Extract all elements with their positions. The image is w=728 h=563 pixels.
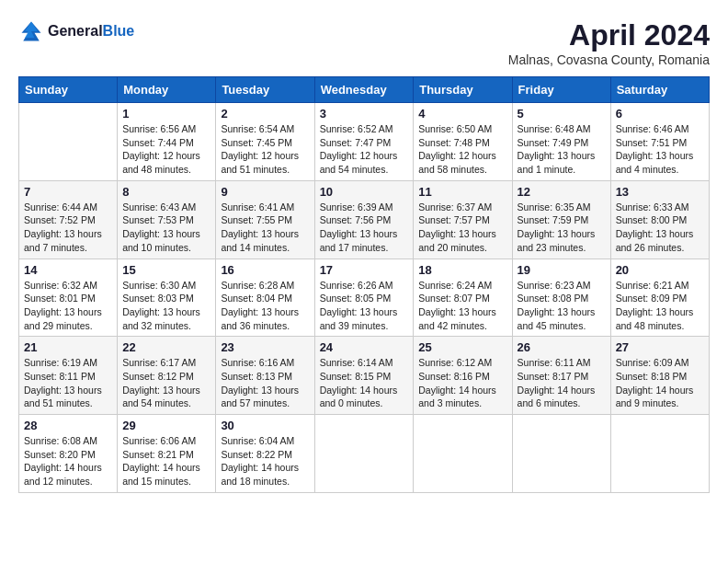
calendar-cell — [19, 103, 118, 181]
cell-daylight-info: Sunrise: 6:54 AM Sunset: 7:45 PM Dayligh… — [221, 122, 309, 177]
date-number: 21 — [24, 340, 112, 354]
calendar-cell: 23Sunrise: 6:16 AM Sunset: 8:13 PM Dayli… — [216, 337, 314, 415]
cell-daylight-info: Sunrise: 6:37 AM Sunset: 7:57 PM Dayligh… — [418, 201, 506, 255]
calendar-cell: 26Sunrise: 6:11 AM Sunset: 8:17 PM Dayli… — [512, 337, 610, 415]
location: Malnas, Covasna County, Romania — [508, 52, 710, 67]
cell-daylight-info: Sunrise: 6:14 AM Sunset: 8:15 PM Dayligh… — [320, 356, 409, 410]
calendar-cell: 14Sunrise: 6:32 AM Sunset: 8:01 PM Dayli… — [19, 259, 118, 337]
date-number: 12 — [518, 185, 606, 199]
calendar-cell: 19Sunrise: 6:23 AM Sunset: 8:08 PM Dayli… — [512, 259, 610, 337]
calendar-cell: 3Sunrise: 6:52 AM Sunset: 7:47 PM Daylig… — [314, 103, 414, 181]
cell-daylight-info: Sunrise: 6:44 AM Sunset: 7:52 PM Dayligh… — [24, 201, 112, 255]
cell-daylight-info: Sunrise: 6:43 AM Sunset: 7:53 PM Dayligh… — [122, 201, 210, 255]
date-number: 14 — [24, 263, 112, 277]
header-row: Sunday Monday Tuesday Wednesday Thursday… — [19, 77, 710, 103]
date-number: 8 — [122, 185, 210, 199]
calendar-cell: 30Sunrise: 6:04 AM Sunset: 8:22 PM Dayli… — [216, 415, 314, 493]
calendar-cell: 21Sunrise: 6:19 AM Sunset: 8:11 PM Dayli… — [19, 337, 118, 415]
calendar-week-1: 1Sunrise: 6:56 AM Sunset: 7:44 PM Daylig… — [19, 103, 710, 181]
calendar-cell: 7Sunrise: 6:44 AM Sunset: 7:52 PM Daylig… — [19, 180, 118, 259]
calendar-cell — [512, 415, 610, 493]
date-number: 11 — [418, 185, 506, 199]
page-header: General Blue April 2024 Malnas, Covasna … — [18, 18, 710, 67]
calendar-cell: 8Sunrise: 6:43 AM Sunset: 7:53 PM Daylig… — [118, 180, 216, 259]
date-number: 6 — [616, 107, 704, 121]
date-number: 30 — [221, 419, 309, 432]
date-number: 9 — [221, 185, 309, 199]
calendar-cell — [610, 415, 709, 493]
calendar-week-3: 14Sunrise: 6:32 AM Sunset: 8:01 PM Dayli… — [19, 259, 710, 337]
calendar-cell: 1Sunrise: 6:56 AM Sunset: 7:44 PM Daylig… — [118, 103, 216, 181]
date-number: 27 — [616, 340, 704, 354]
date-number: 16 — [221, 263, 309, 277]
date-number: 24 — [320, 340, 409, 354]
col-saturday: Saturday — [610, 77, 709, 103]
cell-daylight-info: Sunrise: 6:26 AM Sunset: 8:05 PM Dayligh… — [320, 279, 409, 333]
cell-daylight-info: Sunrise: 6:19 AM Sunset: 8:11 PM Dayligh… — [24, 356, 112, 410]
logo-general: General — [48, 23, 103, 40]
calendar-cell: 11Sunrise: 6:37 AM Sunset: 7:57 PM Dayli… — [414, 180, 512, 259]
calendar-cell: 22Sunrise: 6:17 AM Sunset: 8:12 PM Dayli… — [118, 337, 216, 415]
calendar-cell — [314, 415, 414, 493]
cell-daylight-info: Sunrise: 6:23 AM Sunset: 8:08 PM Dayligh… — [518, 279, 606, 333]
date-number: 7 — [24, 185, 112, 199]
logo-icon — [18, 18, 44, 44]
date-number: 13 — [616, 185, 704, 199]
cell-daylight-info: Sunrise: 6:39 AM Sunset: 7:56 PM Dayligh… — [320, 201, 409, 255]
date-number: 23 — [221, 340, 309, 354]
calendar-cell: 12Sunrise: 6:35 AM Sunset: 7:59 PM Dayli… — [512, 180, 610, 259]
calendar-cell: 6Sunrise: 6:46 AM Sunset: 7:51 PM Daylig… — [610, 103, 709, 181]
col-friday: Friday — [512, 77, 610, 103]
cell-daylight-info: Sunrise: 6:17 AM Sunset: 8:12 PM Dayligh… — [122, 356, 210, 410]
calendar-cell: 27Sunrise: 6:09 AM Sunset: 8:18 PM Dayli… — [610, 337, 709, 415]
cell-daylight-info: Sunrise: 6:30 AM Sunset: 8:03 PM Dayligh… — [122, 279, 210, 333]
col-wednesday: Wednesday — [314, 77, 414, 103]
date-number: 28 — [24, 419, 112, 432]
calendar-table: Sunday Monday Tuesday Wednesday Thursday… — [18, 76, 710, 493]
cell-daylight-info: Sunrise: 6:48 AM Sunset: 7:49 PM Dayligh… — [518, 122, 606, 177]
cell-daylight-info: Sunrise: 6:24 AM Sunset: 8:07 PM Dayligh… — [418, 279, 506, 333]
cell-daylight-info: Sunrise: 6:50 AM Sunset: 7:48 PM Dayligh… — [418, 122, 506, 177]
date-number: 25 — [418, 340, 506, 354]
calendar-week-2: 7Sunrise: 6:44 AM Sunset: 7:52 PM Daylig… — [19, 180, 710, 259]
date-number: 4 — [418, 107, 506, 121]
calendar-cell: 17Sunrise: 6:26 AM Sunset: 8:05 PM Dayli… — [314, 259, 414, 337]
cell-daylight-info: Sunrise: 6:41 AM Sunset: 7:55 PM Dayligh… — [221, 201, 309, 255]
date-number: 22 — [122, 340, 210, 354]
calendar-cell: 13Sunrise: 6:33 AM Sunset: 8:00 PM Dayli… — [610, 180, 709, 259]
cell-daylight-info: Sunrise: 6:56 AM Sunset: 7:44 PM Dayligh… — [122, 122, 210, 177]
date-number: 26 — [518, 340, 606, 354]
cell-daylight-info: Sunrise: 6:21 AM Sunset: 8:09 PM Dayligh… — [616, 279, 704, 333]
logo-blue: Blue — [103, 23, 135, 40]
date-number: 19 — [518, 263, 606, 277]
cell-daylight-info: Sunrise: 6:12 AM Sunset: 8:16 PM Dayligh… — [418, 356, 506, 410]
date-number: 2 — [221, 107, 309, 121]
calendar-cell: 20Sunrise: 6:21 AM Sunset: 8:09 PM Dayli… — [610, 259, 709, 337]
calendar-week-5: 28Sunrise: 6:08 AM Sunset: 8:20 PM Dayli… — [19, 415, 710, 493]
calendar-cell: 24Sunrise: 6:14 AM Sunset: 8:15 PM Dayli… — [314, 337, 414, 415]
calendar-cell: 29Sunrise: 6:06 AM Sunset: 8:21 PM Dayli… — [118, 415, 216, 493]
date-number: 18 — [418, 263, 506, 277]
cell-daylight-info: Sunrise: 6:32 AM Sunset: 8:01 PM Dayligh… — [24, 279, 112, 333]
cell-daylight-info: Sunrise: 6:35 AM Sunset: 7:59 PM Dayligh… — [518, 201, 606, 255]
logo-text: General Blue — [48, 23, 134, 40]
cell-daylight-info: Sunrise: 6:52 AM Sunset: 7:47 PM Dayligh… — [320, 122, 409, 177]
cell-daylight-info: Sunrise: 6:16 AM Sunset: 8:13 PM Dayligh… — [221, 356, 309, 410]
calendar-cell: 2Sunrise: 6:54 AM Sunset: 7:45 PM Daylig… — [216, 103, 314, 181]
calendar-cell: 28Sunrise: 6:08 AM Sunset: 8:20 PM Dayli… — [19, 415, 118, 493]
calendar-cell: 10Sunrise: 6:39 AM Sunset: 7:56 PM Dayli… — [314, 180, 414, 259]
date-number: 10 — [320, 185, 409, 199]
col-tuesday: Tuesday — [216, 77, 314, 103]
cell-daylight-info: Sunrise: 6:06 AM Sunset: 8:21 PM Dayligh… — [122, 434, 210, 488]
cell-daylight-info: Sunrise: 6:04 AM Sunset: 8:22 PM Dayligh… — [221, 434, 309, 488]
calendar-week-4: 21Sunrise: 6:19 AM Sunset: 8:11 PM Dayli… — [19, 337, 710, 415]
calendar-cell: 4Sunrise: 6:50 AM Sunset: 7:48 PM Daylig… — [414, 103, 512, 181]
date-number: 15 — [122, 263, 210, 277]
col-monday: Monday — [118, 77, 216, 103]
date-number: 1 — [122, 107, 210, 121]
title-section: April 2024 Malnas, Covasna County, Roman… — [508, 18, 710, 67]
date-number: 3 — [320, 107, 409, 121]
col-thursday: Thursday — [414, 77, 512, 103]
calendar-cell: 18Sunrise: 6:24 AM Sunset: 8:07 PM Dayli… — [414, 259, 512, 337]
cell-daylight-info: Sunrise: 6:08 AM Sunset: 8:20 PM Dayligh… — [24, 434, 112, 488]
